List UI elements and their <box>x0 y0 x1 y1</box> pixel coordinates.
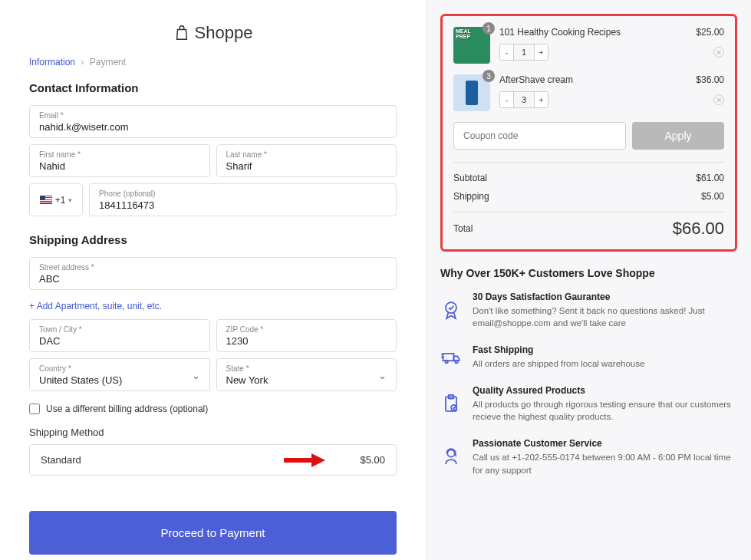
product-title: 101 Healthy Cooking Recipes <box>499 27 724 38</box>
street-field[interactable]: Street address * <box>29 257 397 290</box>
quantity-stepper: - 3 + <box>499 91 548 108</box>
increment-button[interactable]: + <box>534 44 548 60</box>
last-name-input[interactable] <box>226 160 387 172</box>
bag-icon <box>173 25 190 41</box>
phone-field[interactable]: Phone (optional) <box>89 183 397 216</box>
clipboard-check-icon <box>440 385 462 423</box>
city-field[interactable]: Town / City * <box>29 319 210 352</box>
first-name-label: First name * <box>39 150 200 159</box>
feature-quality: Quality Assured Products All products go… <box>440 385 737 423</box>
cart-item: 3 AfterShave cream - 3 + $36.00 ✕ <box>453 74 724 111</box>
feature-title: Passionate Customer Service <box>473 438 737 449</box>
coupon-input[interactable] <box>453 122 626 150</box>
product-thumbnail: MEALPREP 1 <box>453 27 490 64</box>
feature-title: 30 Days Satisfaction Gaurantee <box>473 292 737 302</box>
award-icon <box>440 292 462 329</box>
first-name-input[interactable] <box>39 160 200 172</box>
product-price: $36.00 <box>696 74 724 85</box>
increment-button[interactable]: + <box>534 92 548 107</box>
feature-body: All orders are shipped from local wareho… <box>473 357 644 370</box>
chevron-down-icon: ▾ <box>68 196 72 204</box>
decrement-button[interactable]: - <box>500 44 514 60</box>
remove-item-button[interactable]: ✕ <box>713 47 724 58</box>
subtotal-label: Subtotal <box>453 173 487 183</box>
quantity-stepper: - 1 + <box>499 44 548 61</box>
quantity-value: 1 <box>514 44 534 60</box>
svg-point-3 <box>445 361 448 364</box>
total-value: $66.00 <box>673 219 724 239</box>
svg-point-1 <box>446 302 456 313</box>
city-label: Town / City * <box>39 325 200 334</box>
feature-body: Call us at +1-202-555-0174 between 9:00 … <box>473 451 737 476</box>
add-apartment-link[interactable]: + Add Apartment, suite, unit, etc. <box>29 301 162 311</box>
last-name-field[interactable]: Last name * <box>216 144 397 177</box>
breadcrumb-information[interactable]: Information <box>29 57 75 68</box>
product-price: $25.00 <box>696 27 724 38</box>
shipping-method-name: Standard <box>41 454 81 466</box>
email-input[interactable] <box>39 121 387 133</box>
breadcrumb: Information › Payment <box>29 57 397 68</box>
street-input[interactable] <box>39 273 387 285</box>
svg-marker-0 <box>284 453 325 467</box>
apply-coupon-button[interactable]: Apply <box>632 122 724 150</box>
product-thumbnail: 3 <box>453 74 490 111</box>
cart-item: MEALPREP 1 101 Healthy Cooking Recipes -… <box>453 27 724 64</box>
different-billing-label: Use a different billing address (optiona… <box>46 404 208 414</box>
country-select[interactable]: Country * United States (US) ⌄ <box>29 358 210 391</box>
truck-icon <box>440 344 462 370</box>
total-label: Total <box>453 223 473 234</box>
proceed-to-payment-button[interactable]: Proceed to Payment <box>29 511 397 555</box>
feature-support: Passionate Customer Service Call us at +… <box>440 438 737 476</box>
subtotal-value: $61.00 <box>696 173 724 183</box>
cart-summary: MEALPREP 1 101 Healthy Cooking Recipes -… <box>440 14 737 252</box>
svg-rect-2 <box>443 354 454 361</box>
first-name-field[interactable]: First name * <box>29 144 210 177</box>
quantity-badge: 1 <box>483 22 495 35</box>
feature-title: Fast Shipping <box>473 344 644 355</box>
street-label: Street address * <box>39 263 387 272</box>
remove-item-button[interactable]: ✕ <box>713 94 724 105</box>
logo-text: Shoppe <box>195 23 253 43</box>
phone-label: Phone (optional) <box>99 189 387 198</box>
breadcrumb-payment: Payment <box>90 57 126 68</box>
country-value: United States (US) <box>39 374 122 386</box>
state-label: State * <box>226 364 387 373</box>
feature-body: Don't like something? Sent it back no qu… <box>473 305 737 329</box>
chevron-down-icon: ⌄ <box>192 369 200 380</box>
email-label: Email * <box>39 111 387 120</box>
city-input[interactable] <box>39 335 200 347</box>
feature-title: Quality Assured Products <box>473 385 737 396</box>
why-heading: Why Over 150K+ Customers Love Shoppe <box>440 267 737 279</box>
shipping-heading: Shipping Address <box>29 233 397 246</box>
different-billing-checkbox[interactable] <box>29 404 40 414</box>
chevron-right-icon: › <box>81 57 84 68</box>
state-value: New York <box>226 374 268 386</box>
feature-body: All products go through rigorous testing… <box>473 398 737 423</box>
svg-point-8 <box>447 450 454 457</box>
divider <box>453 162 724 163</box>
country-code-select[interactable]: +1 ▾ <box>29 183 83 216</box>
flag-icon <box>40 196 52 204</box>
svg-point-4 <box>455 361 458 364</box>
country-label: Country * <box>39 364 200 373</box>
feature-guarantee: 30 Days Satisfaction Gaurantee Don't lik… <box>440 292 737 329</box>
quantity-badge: 3 <box>483 70 495 82</box>
zip-field[interactable]: ZIP Code * <box>216 319 397 352</box>
zip-input[interactable] <box>226 335 387 347</box>
country-code-value: +1 <box>55 195 66 206</box>
shipping-method-option[interactable]: Standard $5.00 <box>29 444 397 476</box>
phone-input[interactable] <box>99 199 387 211</box>
chevron-down-icon: ⌄ <box>378 369 387 380</box>
contact-heading: Contact Information <box>29 81 397 94</box>
last-name-label: Last name * <box>226 150 387 159</box>
shipping-method-price: $5.00 <box>360 454 385 466</box>
feature-shipping: Fast Shipping All orders are shipped fro… <box>440 344 737 370</box>
arrow-icon <box>284 452 325 469</box>
state-select[interactable]: State * New York ⌄ <box>216 358 397 391</box>
shipping-value: $5.00 <box>701 191 724 202</box>
divider <box>453 212 724 212</box>
different-billing-checkbox-row[interactable]: Use a different billing address (optiona… <box>29 404 397 414</box>
decrement-button[interactable]: - <box>500 92 514 107</box>
email-field[interactable]: Email * <box>29 105 397 138</box>
shipping-method-heading: Shipping Method <box>29 427 397 438</box>
